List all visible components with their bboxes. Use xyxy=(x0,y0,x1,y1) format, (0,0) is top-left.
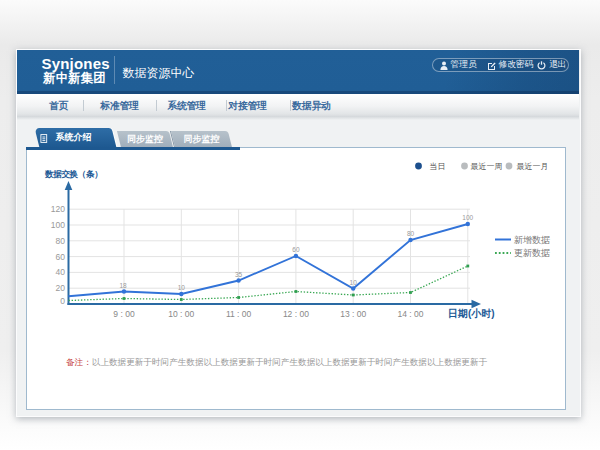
svg-text:新增数据: 新增数据 xyxy=(514,235,550,245)
svg-text:60: 60 xyxy=(292,246,300,253)
svg-text:80: 80 xyxy=(406,230,414,237)
svg-text:80: 80 xyxy=(55,236,65,246)
svg-text:10: 10 xyxy=(177,284,185,291)
svg-text:40: 40 xyxy=(55,267,65,277)
svg-text:14 : 00: 14 : 00 xyxy=(397,309,423,319)
svg-text:当日: 当日 xyxy=(429,162,445,171)
svg-text:35: 35 xyxy=(234,271,242,278)
svg-text:12 : 00: 12 : 00 xyxy=(282,309,308,319)
svg-text:10: 10 xyxy=(349,279,357,286)
svg-text:13 : 00: 13 : 00 xyxy=(340,309,366,319)
svg-text:100: 100 xyxy=(462,214,473,221)
svg-text:数据交换（条）: 数据交换（条） xyxy=(44,169,102,179)
svg-text:120: 120 xyxy=(50,204,64,214)
svg-text:18: 18 xyxy=(119,282,127,289)
svg-text:100: 100 xyxy=(50,220,64,230)
svg-text:11 : 00: 11 : 00 xyxy=(225,309,251,319)
svg-text:10 : 00: 10 : 00 xyxy=(168,309,194,319)
svg-text:20: 20 xyxy=(55,283,65,293)
svg-text:更新数据: 更新数据 xyxy=(514,248,550,258)
svg-text:0: 0 xyxy=(60,296,65,306)
svg-text:60: 60 xyxy=(55,252,65,262)
svg-text:最近一月: 最近一月 xyxy=(516,162,548,171)
svg-text:最近一周: 最近一周 xyxy=(470,162,502,171)
svg-text:9 : 00: 9 : 00 xyxy=(113,309,135,319)
svg-text:日期(小时): 日期(小时) xyxy=(448,308,495,319)
svg-text:备注：以上数据更新于时间产生数据以上数据更新于时间产生数据以: 备注：以上数据更新于时间产生数据以上数据更新于时间产生数据以上数据更新于时间产生… xyxy=(66,357,488,367)
